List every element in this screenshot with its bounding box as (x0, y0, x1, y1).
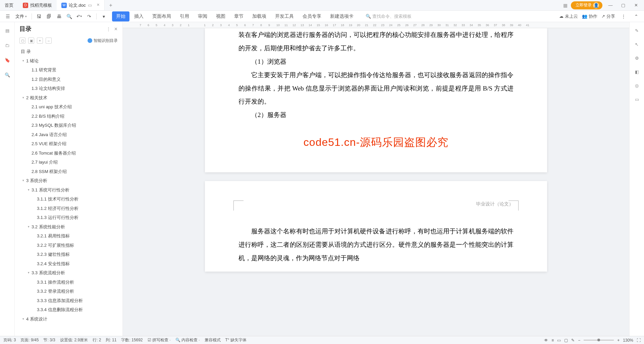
toc-item[interactable]: ▾2 相关技术 (19, 93, 122, 103)
toc-item[interactable]: 1.3 论文结构安排 (19, 84, 122, 93)
cloud-status[interactable]: ☁未上云 (559, 13, 578, 19)
status-page-code[interactable]: 页码: 3 (3, 337, 16, 343)
view-read-icon[interactable]: ▭ (557, 338, 561, 343)
toc-remove-icon[interactable]: – (46, 38, 52, 44)
undo-icon[interactable]: ↶▾ (75, 12, 84, 20)
view-highlight-icon[interactable]: ✎ (571, 338, 575, 343)
toc-item[interactable]: 3.3.2 登录流程分析 (19, 287, 122, 296)
toc-item[interactable]: 3.2.3 健壮性指标 (19, 250, 122, 259)
chevron-down-icon[interactable]: ▾ (21, 96, 25, 100)
toc-item[interactable]: ▾4 系统设计 (19, 314, 122, 324)
toc-item[interactable]: 1.2 目的和意义 (19, 75, 122, 84)
detach-icon[interactable]: ▭ (88, 3, 92, 8)
status-content-check[interactable]: 🔍 内容检查 · (175, 337, 200, 343)
view-list-icon[interactable]: ≡ (551, 338, 554, 343)
chevron-down-icon[interactable]: ▾ (26, 225, 31, 229)
document-scroll[interactable]: 装在客户端的浏览器进行服务器的访问，可以把程序的核心功能安排在服务器中进行处理，… (123, 28, 629, 336)
paragraph[interactable]: 装在客户端的浏览器进行服务器的访问，可以把程序的核心功能安排在服务器中进行处理，… (238, 28, 514, 55)
help-icon[interactable]: ◎ (635, 83, 639, 88)
status-setval[interactable]: 设置值: 2.9厘米 (60, 337, 88, 343)
minimize-icon[interactable]: — (606, 1, 615, 9)
add-tab-button[interactable]: + (105, 2, 117, 8)
toc-item[interactable]: 2.8 SSM 框架介绍 (19, 167, 122, 176)
toc-item[interactable]: 3.3.4 信息删除流程分析 (19, 305, 122, 314)
toc-item[interactable]: 2.5 VUE 框架介绍 (19, 139, 122, 149)
toc-item[interactable]: ▾3 系统分析 (19, 176, 122, 185)
ribbon-tab-10[interactable]: 新建选项卡 (326, 11, 358, 21)
outline-icon[interactable]: ▤ (4, 27, 11, 34)
hamburger-icon[interactable]: ☰ (3, 12, 12, 20)
status-font[interactable]: T° 缺失字体 (225, 337, 247, 343)
toc-menu-icon[interactable]: ⋮ (106, 26, 111, 32)
smart-toc-button[interactable]: 智能识别目录 (88, 38, 118, 44)
chevron-down-icon[interactable]: ▾ (26, 188, 31, 192)
ribbon-tab-1[interactable]: 插入 (130, 11, 148, 21)
toc-item[interactable]: 3.2.4 安全性指标 (19, 259, 122, 269)
status-compat[interactable]: 兼容模式 (205, 337, 221, 343)
toc-item[interactable]: 2.2 B/S 结构介绍 (19, 112, 122, 121)
view-page-icon[interactable]: ▢ (564, 338, 568, 343)
redo-icon[interactable]: ↷ (85, 12, 94, 20)
ribbon-tab-6[interactable]: 章节 (230, 11, 248, 21)
status-section[interactable]: 节: 3/3 (43, 337, 55, 343)
expand-icon[interactable]: ⌃ (632, 12, 641, 20)
view-eye-icon[interactable]: 👁 (544, 338, 548, 343)
file-menu[interactable]: 文件▾ (13, 13, 29, 19)
zoom-slider[interactable] (584, 340, 614, 341)
toc-expand-icon[interactable]: ▢ (19, 38, 25, 44)
sub-heading[interactable]: （1）浏览器 (238, 55, 514, 68)
status-words[interactable]: 字数: 15692 (121, 337, 143, 343)
chevron-down-icon[interactable]: ▾ (21, 178, 25, 183)
preview-icon[interactable]: 🔍 (65, 12, 73, 20)
close-window-icon[interactable]: ✕ (631, 1, 641, 9)
chevron-down-icon[interactable]: ▾ (26, 271, 31, 275)
fullscreen-icon[interactable]: ⛶ (637, 338, 641, 343)
page[interactable]: 装在客户端的浏览器进行服务器的访问，可以把程序的核心功能安排在服务器中进行处理，… (205, 28, 547, 172)
toc-add-icon[interactable]: + (37, 38, 43, 44)
toc-close-icon[interactable]: ✕ (114, 26, 118, 32)
pencil-icon[interactable]: ✎ (635, 28, 639, 33)
read-icon[interactable]: ▭ (635, 97, 639, 102)
save-icon[interactable]: 🖫 (35, 12, 43, 20)
ribbon-tab-5[interactable]: 视图 (212, 11, 229, 21)
dropdown-icon[interactable]: ▾ (99, 12, 108, 20)
toc-item[interactable]: ▾1 绪论 (19, 56, 122, 66)
toc-item[interactable]: 3.1.1 技术可行性分析 (19, 194, 122, 204)
toc-root[interactable]: 目 录 (19, 47, 122, 56)
apps-icon[interactable]: ▦ (563, 3, 568, 8)
toc-collapse-icon[interactable]: ▣ (28, 38, 34, 44)
ribbon-tab-8[interactable]: 开发工具 (271, 11, 298, 21)
files-icon[interactable]: 🗀 (4, 42, 11, 49)
paragraph[interactable]: 服务器这个名称有时也运用于对计算机硬件设备进行称呼，有时也运用于计算机服务端的软… (238, 225, 514, 265)
toc-item[interactable]: 2.6 Tomcat 服务器介绍 (19, 149, 122, 158)
ribbon-tab-9[interactable]: 会员专享 (299, 11, 325, 21)
paragraph[interactable]: 它主要安装于用户客户端，可以把操作指令传达给服务器，也可以接收服务器返回的操作指… (238, 68, 514, 109)
maximize-icon[interactable]: ▢ (619, 1, 628, 9)
status-pages[interactable]: 页面: 9/45 (20, 337, 39, 343)
cursor-icon[interactable]: ↖ (635, 42, 639, 47)
more-icon[interactable]: ⋮ (619, 12, 628, 20)
toc-item[interactable]: 3.2.1 易用性指标 (19, 231, 122, 241)
search-panel-icon[interactable]: 🔍 (4, 71, 11, 78)
task-icon[interactable]: ◧ (635, 69, 639, 74)
toc-item[interactable]: 2.3 MySQL 数据库介绍 (19, 121, 122, 130)
command-search[interactable]: 🔍 查找命令、搜索模板 (366, 13, 412, 19)
chevron-down-icon[interactable]: ▾ (21, 317, 25, 322)
toc-item[interactable]: 3.2.2 可扩展性指标 (19, 241, 122, 250)
ribbon-tab-7[interactable]: 加载项 (248, 11, 270, 21)
zoom-level[interactable]: 130% (623, 338, 633, 343)
status-col[interactable]: 列: 11 (106, 337, 116, 343)
status-spell[interactable]: ☑ 拼写检查 · (148, 337, 171, 343)
ribbon-tab-3[interactable]: 引用 (176, 11, 193, 21)
page[interactable]: 毕业设计（论文） 服务器这个名称有时也运用于对计算机硬件设备进行称呼，有时也运用… (205, 181, 547, 272)
collab-button[interactable]: 👥协作 (582, 13, 597, 19)
status-row[interactable]: 行: 2 (93, 337, 101, 343)
login-button[interactable]: 立即登录 👤 (571, 1, 602, 9)
settings-slider-icon[interactable]: ⚙ (635, 56, 639, 61)
close-tab-icon[interactable]: ✕ (97, 3, 100, 8)
zoom-out-icon[interactable]: − (578, 338, 580, 343)
toc-item[interactable]: 2.4 Java 语言介绍 (19, 130, 122, 139)
toc-item[interactable]: ▾3.2 系统性能分析 (19, 222, 122, 232)
toc-item[interactable]: ▾3.1 系统可行性分析 (19, 185, 122, 195)
template-tab[interactable]: D 找稻壳模板 (18, 0, 57, 10)
